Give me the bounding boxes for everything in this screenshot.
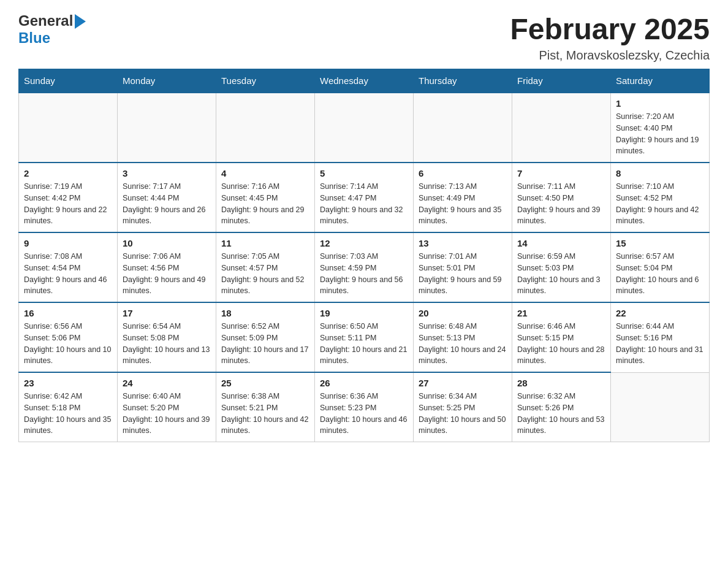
calendar-cell: 25Sunrise: 6:38 AMSunset: 5:21 PMDayligh…: [216, 372, 315, 442]
day-number: 27: [419, 378, 507, 388]
calendar-cell: [512, 93, 611, 163]
day-info: Sunrise: 6:48 AMSunset: 5:13 PMDaylight:…: [419, 321, 507, 367]
day-info: Sunrise: 6:56 AMSunset: 5:06 PMDaylight:…: [24, 321, 112, 367]
calendar-cell: 17Sunrise: 6:54 AMSunset: 5:08 PMDayligh…: [118, 302, 216, 372]
day-info: Sunrise: 7:14 AMSunset: 4:47 PMDaylight:…: [320, 181, 408, 227]
day-info: Sunrise: 7:11 AMSunset: 4:50 PMDaylight:…: [517, 181, 605, 227]
day-number: 28: [517, 378, 605, 388]
day-info: Sunrise: 6:34 AMSunset: 5:25 PMDaylight:…: [419, 391, 507, 437]
calendar-table: SundayMondayTuesdayWednesdayThursdayFrid…: [18, 69, 710, 442]
day-info: Sunrise: 6:38 AMSunset: 5:21 PMDaylight:…: [221, 391, 309, 437]
day-number: 3: [123, 168, 211, 178]
day-number: 24: [123, 378, 211, 388]
page-header: General Blue February 2025 Pist, Moravsk…: [18, 12, 710, 63]
calendar-cell: 6Sunrise: 7:13 AMSunset: 4:49 PMDaylight…: [414, 163, 512, 232]
calendar-cell: 7Sunrise: 7:11 AMSunset: 4:50 PMDaylight…: [512, 163, 611, 232]
calendar-week-row: 23Sunrise: 6:42 AMSunset: 5:18 PMDayligh…: [19, 372, 710, 442]
calendar-cell: 10Sunrise: 7:06 AMSunset: 4:56 PMDayligh…: [118, 232, 216, 302]
calendar-cell: 13Sunrise: 7:01 AMSunset: 5:01 PMDayligh…: [414, 232, 512, 302]
calendar-cell: [118, 93, 216, 163]
day-number: 10: [123, 238, 211, 248]
calendar-cell: 21Sunrise: 6:46 AMSunset: 5:15 PMDayligh…: [512, 302, 611, 372]
calendar-cell: 8Sunrise: 7:10 AMSunset: 4:52 PMDaylight…: [611, 163, 710, 232]
day-info: Sunrise: 7:08 AMSunset: 4:54 PMDaylight:…: [24, 251, 112, 297]
calendar-cell: 5Sunrise: 7:14 AMSunset: 4:47 PMDaylight…: [315, 163, 414, 232]
logo-line: General: [18, 12, 86, 29]
day-info: Sunrise: 6:44 AMSunset: 5:16 PMDaylight:…: [616, 321, 704, 367]
logo: General Blue: [18, 12, 86, 47]
day-number: 9: [24, 238, 112, 248]
day-number: 2: [24, 168, 112, 178]
day-number: 12: [320, 238, 408, 248]
day-info: Sunrise: 6:52 AMSunset: 5:09 PMDaylight:…: [221, 321, 309, 367]
day-info: Sunrise: 7:20 AMSunset: 4:40 PMDaylight:…: [616, 111, 704, 157]
calendar-cell: 14Sunrise: 6:59 AMSunset: 5:03 PMDayligh…: [512, 232, 611, 302]
day-number: 6: [419, 168, 507, 178]
calendar-cell: 27Sunrise: 6:34 AMSunset: 5:25 PMDayligh…: [414, 372, 512, 442]
day-info: Sunrise: 7:01 AMSunset: 5:01 PMDaylight:…: [419, 251, 507, 297]
day-info: Sunrise: 6:59 AMSunset: 5:03 PMDaylight:…: [517, 251, 605, 297]
calendar-header-row: SundayMondayTuesdayWednesdayThursdayFrid…: [19, 69, 710, 93]
calendar-cell: 11Sunrise: 7:05 AMSunset: 4:57 PMDayligh…: [216, 232, 315, 302]
day-number: 5: [320, 168, 408, 178]
calendar-cell: 28Sunrise: 6:32 AMSunset: 5:26 PMDayligh…: [512, 372, 611, 442]
calendar-cell: 22Sunrise: 6:44 AMSunset: 5:16 PMDayligh…: [611, 302, 710, 372]
location-title: Pist, Moravskoslezsky, Czechia: [510, 48, 710, 63]
calendar-cell: [414, 93, 512, 163]
calendar-week-row: 1Sunrise: 7:20 AMSunset: 4:40 PMDaylight…: [19, 93, 710, 163]
calendar-cell: [216, 93, 315, 163]
day-info: Sunrise: 7:13 AMSunset: 4:49 PMDaylight:…: [419, 181, 507, 227]
day-number: 16: [24, 308, 112, 318]
calendar-cell: 3Sunrise: 7:17 AMSunset: 4:44 PMDaylight…: [118, 163, 216, 232]
day-info: Sunrise: 7:06 AMSunset: 4:56 PMDaylight:…: [123, 251, 211, 297]
day-info: Sunrise: 7:16 AMSunset: 4:45 PMDaylight:…: [221, 181, 309, 227]
day-info: Sunrise: 6:54 AMSunset: 5:08 PMDaylight:…: [123, 321, 211, 367]
logo-general-text: General: [18, 12, 73, 29]
day-number: 26: [320, 378, 408, 388]
calendar-cell: [611, 372, 710, 442]
logo-arrow-icon: [75, 14, 86, 29]
calendar-cell: 19Sunrise: 6:50 AMSunset: 5:11 PMDayligh…: [315, 302, 414, 372]
calendar-cell: 26Sunrise: 6:36 AMSunset: 5:23 PMDayligh…: [315, 372, 414, 442]
calendar-header-monday: Monday: [118, 69, 216, 93]
day-number: 14: [517, 238, 605, 248]
calendar-header-tuesday: Tuesday: [216, 69, 315, 93]
day-info: Sunrise: 6:32 AMSunset: 5:26 PMDaylight:…: [517, 391, 605, 437]
calendar-cell: 1Sunrise: 7:20 AMSunset: 4:40 PMDaylight…: [611, 93, 710, 163]
day-number: 21: [517, 308, 605, 318]
day-number: 23: [24, 378, 112, 388]
calendar-cell: 9Sunrise: 7:08 AMSunset: 4:54 PMDaylight…: [19, 232, 118, 302]
day-number: 25: [221, 378, 309, 388]
day-info: Sunrise: 7:19 AMSunset: 4:42 PMDaylight:…: [24, 181, 112, 227]
day-info: Sunrise: 6:50 AMSunset: 5:11 PMDaylight:…: [320, 321, 408, 367]
day-info: Sunrise: 7:05 AMSunset: 4:57 PMDaylight:…: [221, 251, 309, 297]
day-number: 4: [221, 168, 309, 178]
logo-blue-line: Blue: [18, 29, 50, 47]
calendar-cell: 16Sunrise: 6:56 AMSunset: 5:06 PMDayligh…: [19, 302, 118, 372]
calendar-cell: 23Sunrise: 6:42 AMSunset: 5:18 PMDayligh…: [19, 372, 118, 442]
day-number: 20: [419, 308, 507, 318]
calendar-cell: 20Sunrise: 6:48 AMSunset: 5:13 PMDayligh…: [414, 302, 512, 372]
calendar-week-row: 16Sunrise: 6:56 AMSunset: 5:06 PMDayligh…: [19, 302, 710, 372]
calendar-cell: 2Sunrise: 7:19 AMSunset: 4:42 PMDaylight…: [19, 163, 118, 232]
day-info: Sunrise: 7:10 AMSunset: 4:52 PMDaylight:…: [616, 181, 704, 227]
calendar-week-row: 9Sunrise: 7:08 AMSunset: 4:54 PMDaylight…: [19, 232, 710, 302]
day-info: Sunrise: 6:46 AMSunset: 5:15 PMDaylight:…: [517, 321, 605, 367]
day-number: 18: [221, 308, 309, 318]
calendar-header-thursday: Thursday: [414, 69, 512, 93]
calendar-cell: 24Sunrise: 6:40 AMSunset: 5:20 PMDayligh…: [118, 372, 216, 442]
day-number: 15: [616, 238, 704, 248]
calendar-cell: [315, 93, 414, 163]
day-info: Sunrise: 6:40 AMSunset: 5:20 PMDaylight:…: [123, 391, 211, 437]
day-number: 17: [123, 308, 211, 318]
calendar-cell: 18Sunrise: 6:52 AMSunset: 5:09 PMDayligh…: [216, 302, 315, 372]
day-number: 22: [616, 308, 704, 318]
calendar-cell: [19, 93, 118, 163]
day-info: Sunrise: 7:03 AMSunset: 4:59 PMDaylight:…: [320, 251, 408, 297]
calendar-header-friday: Friday: [512, 69, 611, 93]
logo-blue-text: Blue: [18, 29, 50, 46]
day-info: Sunrise: 7:17 AMSunset: 4:44 PMDaylight:…: [123, 181, 211, 227]
day-number: 8: [616, 168, 704, 178]
day-number: 1: [616, 98, 704, 109]
title-block: February 2025 Pist, Moravskoslezsky, Cze…: [510, 12, 710, 63]
